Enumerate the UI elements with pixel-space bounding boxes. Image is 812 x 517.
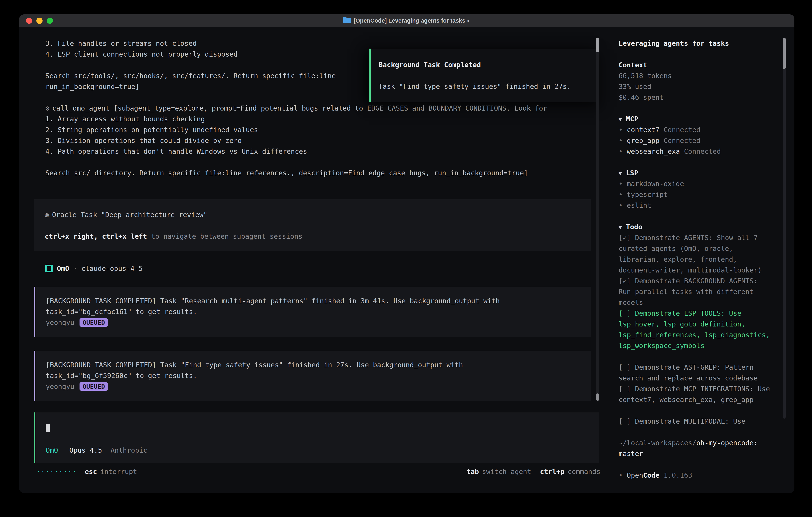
terminal-main: 3. File handles or streams not closed 4.… (19, 27, 610, 493)
model-line: OmO Opus 4.5 Anthropic (46, 445, 589, 456)
lsp-item: • typescript (618, 189, 772, 200)
message-meta: yeongyu QUEUED (46, 381, 580, 392)
lsp-section-header[interactable]: ▼ LSP (618, 167, 772, 178)
scrollbar-thumb[interactable] (783, 37, 786, 69)
oracle-navigation-hint: ctrl+x right, ctrl+x left to navigate be… (45, 231, 580, 242)
background-task-message: [BACKGROUND TASK COMPLETED] Task "Find t… (34, 351, 591, 401)
commands-hint: ctrl+pcommands (540, 466, 601, 477)
queued-badge: QUEUED (80, 318, 108, 327)
tool-call-text: call_omo_agent [subagent_type=explore, p… (52, 104, 547, 112)
tool-call-item: 4. Path operations that don't handle Win… (46, 146, 610, 157)
message-meta: yeongyu QUEUED (46, 317, 580, 328)
bullet-icon: • (618, 147, 622, 155)
bullet-icon: • (618, 126, 622, 134)
tool-call-footer: Search src/ directory. Return specific f… (46, 167, 610, 178)
message-text: [BACKGROUND TASK COMPLETED] Task "Find t… (46, 359, 535, 381)
mcp-item: • websearch_exa Connected (618, 146, 772, 157)
todo-checkbox: [ ] (618, 417, 631, 425)
status-right: tabswitch agent ctrl+pcommands (467, 466, 601, 477)
input-line[interactable] (46, 423, 589, 434)
titlebar[interactable]: [OpenCode] Leveraging agents for tasks ◐ (19, 15, 794, 27)
git-branch: master (618, 450, 643, 458)
minimize-button[interactable] (36, 18, 42, 24)
oracle-task-panel[interactable]: ◉Oracle Task "Deep architecture review" … (34, 199, 591, 251)
close-button[interactable] (26, 18, 32, 24)
todo-checkbox: [ ] (618, 309, 631, 317)
todo-item-done: [✓] Demonstrate BACKGROUND AGENTS: Run p… (618, 275, 772, 308)
context-spent: $0.46 spent (618, 92, 772, 103)
agent-name: OmO (57, 263, 69, 274)
queued-badge: QUEUED (80, 382, 108, 391)
gear-icon: ⚙ (46, 104, 49, 112)
fisheye-icon: ◉ (45, 211, 49, 219)
agent-model: claude-opus-4-5 (81, 263, 143, 274)
background-task-toast[interactable]: Background Task Completed Task "Find typ… (369, 49, 599, 102)
input-provider-name: Anthropic (111, 446, 147, 454)
mcp-item: • context7 Connected (618, 124, 772, 135)
sidebar-scrollbar[interactable] (783, 37, 786, 419)
todo-checkbox: [✓] (618, 234, 631, 242)
opencode-version: • OpenCode 1.0.163 (618, 470, 772, 481)
todo-section-header[interactable]: ▼ Todo (618, 221, 772, 232)
todo-checkbox: [ ] (618, 385, 631, 393)
folder-icon (343, 18, 351, 23)
window-content: 3. File handles or streams not closed 4.… (19, 27, 794, 493)
chevron-down-icon: ▼ (618, 224, 622, 230)
lsp-item: • markdown-oxide (618, 178, 772, 189)
chevron-down-icon: ▼ (618, 116, 622, 123)
session-title: Leveraging agents for tasks (618, 38, 772, 49)
session-sidebar: Leveraging agents for tasks Context 66,5… (610, 27, 794, 493)
switch-agent-hint: tabswitch agent (467, 466, 531, 477)
traffic-lights (26, 18, 53, 24)
todo-item-done: [✓] Demonstrate AGENTS: Show all 7 curat… (618, 232, 772, 275)
lsp-item: • eslint (618, 200, 772, 211)
agent-icon (46, 265, 53, 272)
toast-body: Task "Find type safety issues" finished … (379, 81, 591, 92)
toast-title: Background Task Completed (379, 59, 591, 70)
bullet-icon: • (618, 201, 622, 209)
bullet-icon: • (618, 191, 622, 198)
todo-item-pending: [ ] Demonstrate AST-GREP: Pattern search… (618, 362, 772, 383)
todo-item-active: [ ] Demonstrate LSP TOOLS: Use lsp_hover… (618, 308, 772, 351)
bullet-icon: • (618, 137, 622, 144)
tool-call-header: ⚙call_omo_agent [subagent_type=explore, … (46, 103, 610, 113)
window-title: [OpenCode] Leveraging agents for tasks ◐ (19, 15, 794, 27)
chevron-down-icon: ▼ (618, 170, 622, 176)
zoom-button[interactable] (47, 18, 53, 24)
todo-checkbox: [✓] (618, 277, 631, 285)
scrollbar-thumb[interactable] (596, 37, 599, 52)
context-used: 33% used (618, 81, 772, 92)
prompt-input[interactable]: OmO Opus 4.5 Anthropic (34, 412, 599, 463)
agent-header: OmO · claude-opus-4-5 (34, 263, 610, 274)
interrupt-hint: escinterrupt (85, 466, 137, 477)
tool-call-item: 2. String operations on potentially unde… (46, 124, 610, 135)
todo-item-pending: [ ] Demonstrate MCP INTEGRATIONS: Use co… (618, 383, 772, 405)
input-agent-name: OmO (46, 446, 58, 454)
message-user: yeongyu (46, 317, 74, 328)
spinner-dots: ········· (36, 466, 77, 477)
tool-call-item: 3. Division operations that could divide… (46, 135, 610, 146)
terminal-window: [OpenCode] Leveraging agents for tasks ◐… (19, 15, 794, 493)
separator-dot: · (73, 263, 77, 274)
main-scrollbar[interactable] (596, 37, 599, 401)
context-tokens: 66,518 tokens (618, 71, 772, 81)
status-left: ········· escinterrupt (36, 466, 137, 477)
input-model-name: Opus 4.5 (69, 446, 102, 454)
workspace-path: ~/local-workspaces/oh-my-opencode: maste… (618, 437, 772, 459)
context-heading: Context (618, 60, 772, 71)
message-text: [BACKGROUND TASK COMPLETED] Task "Resear… (46, 296, 535, 317)
terminal-line: 3. File handles or streams not closed (46, 38, 610, 49)
text-cursor (46, 424, 50, 432)
bullet-icon: • (618, 180, 622, 188)
scrollbar-thumb[interactable] (596, 393, 599, 401)
oracle-task-title: ◉Oracle Task "Deep architecture review" (45, 209, 580, 220)
mcp-section-header[interactable]: ▼ MCP (618, 113, 772, 124)
todo-checkbox: [ ] (618, 363, 631, 371)
window-title-text: [OpenCode] Leveraging agents for tasks ◐ (354, 18, 470, 24)
todo-item-pending: [ ] Demonstrate MULTIMODAL: Use (618, 416, 772, 427)
background-task-message: [BACKGROUND TASK COMPLETED] Task "Resear… (34, 287, 591, 337)
tool-call-item: 1. Array access without bounds checking (46, 113, 610, 124)
mcp-item: • grep_app Connected (618, 135, 772, 146)
status-bar: ········· escinterrupt tabswitch agent c… (34, 466, 601, 477)
bullet-icon: • (618, 471, 622, 479)
